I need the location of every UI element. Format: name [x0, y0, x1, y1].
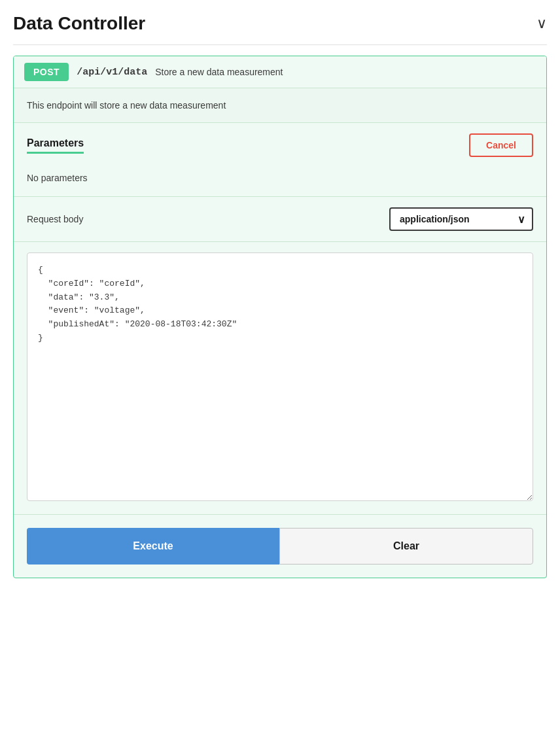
content-type-wrapper: application/json application/xml text/pl… [389, 207, 533, 231]
clear-button[interactable]: Clear [279, 528, 533, 565]
parameters-header-row: Parameters Cancel [27, 123, 533, 162]
api-header-row: POST /api/v1/data Store a new data measu… [14, 56, 546, 88]
content-type-select[interactable]: application/json application/xml text/pl… [389, 207, 533, 231]
api-body: This endpoint will store a new data meas… [14, 88, 546, 578]
parameters-section: Parameters Cancel No parameters [14, 123, 546, 197]
api-summary: Store a new data measurement [155, 67, 283, 77]
execute-button[interactable]: Execute [27, 528, 279, 565]
http-method-badge: POST [24, 63, 69, 81]
page-header: Data Controller ∨ [13, 13, 547, 45]
api-path: /api/v1/data [77, 67, 147, 78]
chevron-down-icon[interactable]: ∨ [536, 15, 547, 32]
page-title: Data Controller [13, 13, 145, 34]
no-parameters-text: No parameters [27, 162, 533, 196]
api-card: POST /api/v1/data Store a new data measu… [13, 56, 547, 578]
endpoint-description: This endpoint will store a new data meas… [14, 88, 546, 123]
action-buttons-section: Execute Clear [14, 515, 546, 578]
parameters-label: Parameters [27, 137, 84, 154]
request-body-section: Request body application/json applicatio… [14, 197, 546, 242]
json-body-textarea[interactable] [27, 252, 533, 501]
request-body-label: Request body [27, 214, 83, 224]
cancel-button[interactable]: Cancel [469, 133, 533, 157]
json-editor-section [14, 242, 546, 515]
